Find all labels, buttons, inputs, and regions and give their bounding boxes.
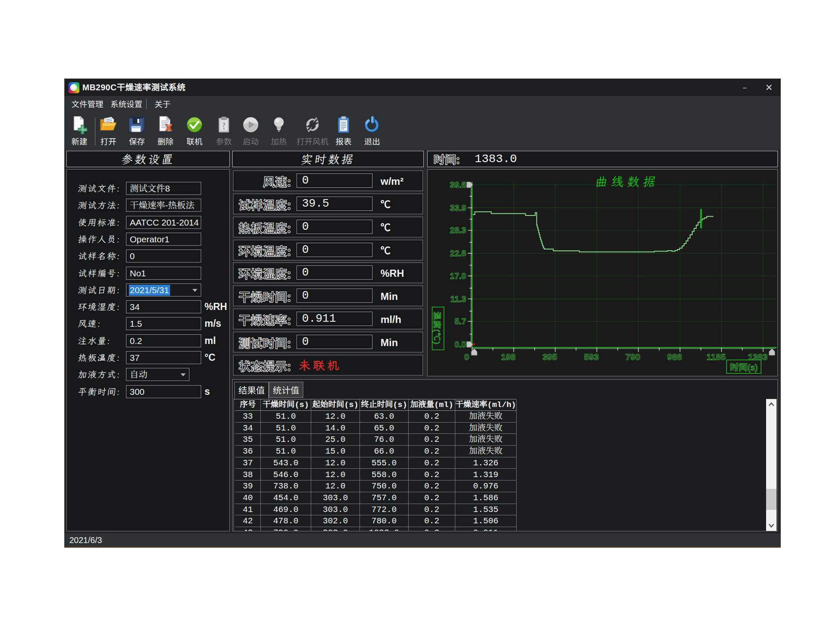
table-cell[interactable]: 750.0 [360, 480, 409, 492]
table-cell[interactable]: 1.535 [455, 504, 517, 516]
realtime-input[interactable]: 39.5 [297, 197, 373, 211]
table-cell[interactable]: 0.2 [409, 423, 455, 434]
table-cell[interactable]: 772.0 [360, 504, 409, 516]
table-cell[interactable]: 303.0 [311, 492, 360, 504]
toolbar-exit-button[interactable]: 退出 [356, 114, 388, 150]
scroll-up-icon[interactable] [766, 399, 777, 410]
close-button[interactable]: ✕ [759, 79, 779, 96]
table-scrollbar[interactable] [766, 399, 777, 531]
realtime-input[interactable]: 0.911 [297, 312, 373, 326]
param-input[interactable]: AATCC 201-2014 [126, 216, 201, 229]
table-cell[interactable]: 555.0 [360, 457, 409, 469]
table-cell[interactable]: 14.0 [311, 423, 360, 434]
table-cell[interactable]: 0.2 [409, 457, 455, 469]
table-cell[interactable]: 39 [235, 480, 261, 492]
date-dropdown-icon[interactable] [192, 289, 197, 292]
param-input[interactable]: 0.2 [126, 334, 201, 347]
realtime-input[interactable]: 0 [297, 335, 373, 349]
param-input[interactable]: 自动 [126, 368, 189, 381]
table-cell[interactable]: 790.0 [261, 527, 311, 531]
table-cell[interactable]: 0.2 [409, 446, 455, 457]
param-input[interactable]: 0 [126, 249, 201, 262]
param-input[interactable]: 测试文件8 [126, 182, 201, 195]
realtime-input[interactable]: 0 [297, 289, 373, 303]
table-cell[interactable]: 51.0 [261, 411, 311, 423]
toolbar-open-button[interactable]: 打开 [92, 114, 124, 150]
table-cell[interactable]: 303.0 [311, 504, 360, 516]
param-input[interactable]: 干燥速率-热板法 [126, 199, 201, 212]
realtime-input[interactable]: 0 [297, 173, 373, 188]
table-cell[interactable]: 40 [235, 492, 261, 504]
table-cell[interactable]: 35 [235, 434, 261, 446]
table-cell[interactable]: 0.2 [409, 411, 455, 423]
table-cell[interactable]: 12.0 [311, 480, 360, 492]
table-cell[interactable]: 1093.0 [360, 527, 409, 531]
table-cell[interactable]: 12.0 [311, 469, 360, 481]
scrollbar-thumb[interactable] [766, 489, 777, 510]
table-cell[interactable]: 41 [235, 504, 261, 516]
table-cell[interactable]: 0.2 [409, 492, 455, 504]
table-cell[interactable]: 43 [235, 527, 261, 531]
table-cell[interactable]: 454.0 [261, 492, 311, 504]
combo-dropdown-icon[interactable] [181, 373, 186, 376]
x-scroll-right-handle[interactable] [769, 349, 775, 355]
tab-statistics[interactable]: 统计值 [269, 382, 303, 398]
table-cell[interactable]: 0.2 [409, 469, 455, 481]
toolbar-save-button[interactable]: 保存 [121, 114, 153, 150]
param-input[interactable]: 34 [126, 300, 201, 313]
table-cell[interactable]: 1.326 [455, 457, 517, 469]
param-input[interactable]: 2021/5/31 [126, 284, 201, 297]
table-cell[interactable]: 37 [235, 457, 261, 469]
table-cell[interactable]: 加液失败 [455, 423, 517, 434]
toolbar-fan-button[interactable]: 打开风机 [292, 114, 333, 150]
table-cell[interactable]: 加液失败 [455, 411, 517, 423]
table-cell[interactable]: 33 [235, 411, 261, 423]
table-cell[interactable]: 66.0 [360, 446, 409, 457]
menu-settings[interactable]: 系统设置 [110, 96, 142, 113]
table-cell[interactable]: 51.0 [261, 423, 311, 434]
table-cell[interactable]: 302.0 [311, 515, 360, 527]
table-cell[interactable]: 780.0 [360, 515, 409, 527]
param-input[interactable]: 300 [126, 385, 201, 398]
tab-results[interactable]: 结果值 [234, 382, 269, 399]
table-cell[interactable]: 36 [235, 446, 261, 457]
table-cell[interactable]: 546.0 [261, 469, 311, 481]
param-input[interactable]: 1.5 [126, 317, 201, 330]
toolbar-delete-button[interactable]: 删除 [150, 114, 181, 150]
table-cell[interactable]: 0.2 [409, 527, 455, 531]
toolbar-heat-button[interactable]: 加热 [263, 114, 295, 150]
table-cell[interactable]: 738.0 [261, 480, 311, 492]
param-input[interactable]: 37 [126, 351, 201, 364]
table-cell[interactable]: 757.0 [360, 492, 409, 504]
table-cell[interactable]: 65.0 [360, 423, 409, 434]
toolbar-new-button[interactable]: 新建 [63, 114, 95, 150]
table-cell[interactable]: 38 [235, 469, 261, 481]
title-bar[interactable]: MB290C干燥速率测试系统 – ✕ [65, 79, 780, 96]
table-cell[interactable]: 51.0 [261, 434, 311, 446]
table-cell[interactable]: 1.586 [455, 492, 517, 504]
table-cell[interactable]: 0.911 [455, 527, 517, 531]
table-cell[interactable]: 543.0 [261, 457, 311, 469]
table-cell[interactable]: 42 [235, 515, 261, 527]
param-input[interactable]: Operator1 [126, 233, 201, 246]
table-cell[interactable]: 558.0 [360, 469, 409, 481]
table-cell[interactable]: 469.0 [261, 504, 311, 516]
menu-file[interactable]: 文件管理 [71, 96, 103, 113]
table-cell[interactable]: 76.0 [360, 434, 409, 446]
param-input[interactable]: No1 [126, 267, 201, 280]
table-cell[interactable]: 478.0 [261, 515, 311, 527]
table-cell[interactable]: 1.319 [455, 469, 517, 481]
table-cell[interactable]: 15.0 [311, 446, 360, 457]
table-cell[interactable]: 0.2 [409, 515, 455, 527]
menu-about[interactable]: 关于 [155, 96, 171, 113]
table-cell[interactable]: 0.976 [455, 480, 517, 492]
table-cell[interactable]: 25.0 [311, 434, 360, 446]
toolbar-start-button[interactable]: 启动 [235, 114, 267, 150]
table-cell[interactable]: 51.0 [261, 446, 311, 457]
realtime-input[interactable]: 0 [297, 243, 373, 257]
toolbar-report-button[interactable]: 报表 [328, 114, 360, 150]
minimize-button[interactable]: – [735, 79, 754, 96]
table-cell[interactable]: 0.2 [409, 434, 455, 446]
toolbar-connect-button[interactable]: 联机 [178, 114, 210, 150]
scroll-down-icon[interactable] [766, 520, 777, 531]
